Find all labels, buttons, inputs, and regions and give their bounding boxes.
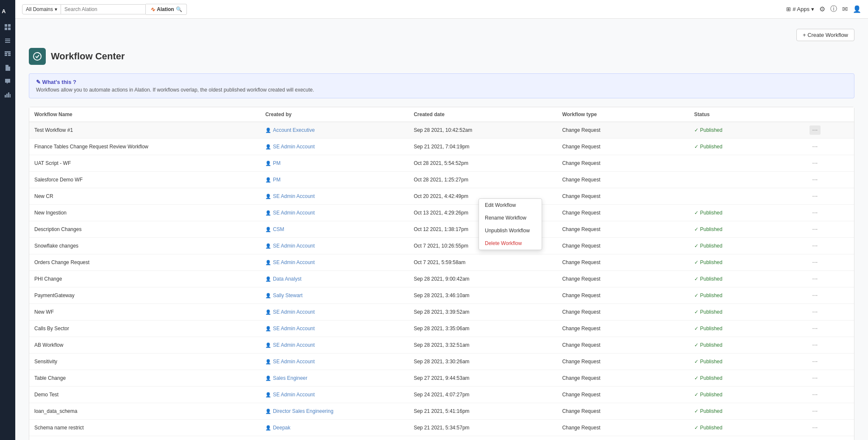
- user-link[interactable]: 👤 SE Admin Account: [265, 309, 403, 315]
- svg-rect-9: [5, 53, 7, 54]
- settings-icon[interactable]: ⚙: [819, 5, 825, 13]
- cell-status: [689, 155, 804, 172]
- row-actions-button[interactable]: ···: [810, 340, 820, 350]
- search-button[interactable]: ∿ Alation 🔍: [146, 4, 187, 15]
- row-actions-button[interactable]: ···: [810, 208, 820, 217]
- user-link[interactable]: 👤 Account Executive: [265, 127, 403, 133]
- cell-actions: ···: [804, 172, 854, 188]
- context-menu-edit[interactable]: Edit Workflow: [479, 199, 542, 212]
- user-link[interactable]: 👤 SE Admin Account: [265, 193, 403, 199]
- cell-actions: ···: [804, 337, 854, 354]
- cell-created-date: Sep 28 2021, 3:30:26am: [409, 354, 557, 370]
- cell-wf-type: Change Request: [557, 287, 689, 304]
- svg-rect-11: [5, 55, 7, 56]
- user-link[interactable]: 👤 Sally Stewart: [265, 292, 403, 298]
- cell-actions: ···: [804, 122, 854, 139]
- user-link[interactable]: 👤 PM: [265, 160, 403, 166]
- context-menu-delete[interactable]: Delete Workflow: [479, 237, 542, 250]
- row-actions-button[interactable]: ···: [810, 159, 820, 168]
- user-link[interactable]: 👤 SE Admin Account: [265, 210, 403, 216]
- cell-status: ✓ Published: [689, 436, 804, 440]
- user-link[interactable]: 👤 SE Admin Account: [265, 342, 403, 348]
- user-link[interactable]: 👤 CSM: [265, 226, 403, 232]
- row-actions-button[interactable]: ···: [810, 142, 820, 151]
- user-link[interactable]: 👤 Data Analyst: [265, 276, 403, 282]
- cell-created-date: Sep 28 2021, 3:35:06am: [409, 320, 557, 337]
- apps-button[interactable]: ⊞ # Apps ▾: [786, 6, 814, 12]
- cell-created-date: Sep 28 2021, 3:46:10am: [409, 287, 557, 304]
- context-menu-unpublish[interactable]: Unpublish Workflow: [479, 224, 542, 237]
- cell-wf-type: Change Request: [557, 354, 689, 370]
- row-actions-button[interactable]: ···: [810, 390, 820, 399]
- row-actions-button[interactable]: ···: [810, 258, 820, 267]
- cell-wf-type: Change Request: [557, 403, 689, 420]
- cell-workflow-name: PaymentGateway: [29, 287, 260, 304]
- cell-actions: ···: [804, 320, 854, 337]
- cell-created-by: 👤 Account Executive: [260, 122, 409, 139]
- help-icon[interactable]: ⓘ: [830, 5, 837, 14]
- cell-created-by: 👤 Sally Stewart: [260, 287, 409, 304]
- sidebar-item-file[interactable]: [2, 62, 14, 74]
- context-menu: Edit Workflow Rename Workflow Unpublish …: [479, 198, 542, 250]
- table-row: AB Workflow 👤 SE Admin Account Sep 28 20…: [29, 337, 854, 354]
- status-badge: ✓ Published: [694, 259, 799, 265]
- row-actions-button[interactable]: ···: [810, 324, 820, 333]
- table-row: Description Changes 👤 CSM Oct 12 2021, 1…: [29, 221, 854, 238]
- row-actions-button[interactable]: ···: [810, 225, 820, 234]
- user-icon[interactable]: 👤: [853, 5, 861, 13]
- cell-created-date: Sep 21 2021, 5:15:37pm: [409, 436, 557, 440]
- app-logo: A: [0, 3, 15, 20]
- user-link[interactable]: 👤 Director Sales Engineering: [265, 408, 403, 414]
- domain-selector[interactable]: All Domains ▾: [22, 4, 61, 14]
- cell-actions: ···: [804, 403, 854, 420]
- sidebar-item-grid[interactable]: [2, 21, 14, 33]
- user-link[interactable]: 👤 PM: [265, 177, 403, 183]
- user-person-icon: 👤: [265, 326, 271, 331]
- sidebar-item-layers[interactable]: [2, 35, 14, 47]
- user-person-icon: 👤: [265, 177, 271, 183]
- row-actions-button[interactable]: ···: [810, 291, 820, 300]
- cell-actions: ···: [804, 139, 854, 155]
- apps-label: # Apps: [793, 6, 810, 12]
- user-link[interactable]: 👤 SE Admin Account: [265, 259, 403, 265]
- row-actions-button[interactable]: ···: [810, 423, 820, 432]
- sidebar-item-table[interactable]: [2, 48, 14, 60]
- cell-wf-type: Change Request: [557, 370, 689, 387]
- notifications-icon[interactable]: ✉: [842, 5, 848, 13]
- row-actions-button[interactable]: ···: [810, 274, 820, 284]
- row-actions-button[interactable]: ···: [810, 307, 820, 317]
- search-input[interactable]: [64, 6, 124, 12]
- row-actions-button[interactable]: ···: [810, 241, 820, 251]
- user-link[interactable]: 👤 SE Admin Account: [265, 144, 403, 150]
- user-link[interactable]: 👤 Deepak: [265, 425, 403, 431]
- table-row: New Ingestion 👤 SE Admin Account Oct 13 …: [29, 205, 854, 221]
- user-link[interactable]: 👤 SE Admin Account: [265, 243, 403, 249]
- cell-wf-type: Change Request: [557, 172, 689, 188]
- row-actions-button[interactable]: ···: [810, 373, 820, 383]
- user-link[interactable]: 👤 Sales Engineer: [265, 375, 403, 381]
- user-link[interactable]: 👤 SE Admin Account: [265, 359, 403, 365]
- svg-rect-1: [5, 24, 7, 27]
- row-actions-button[interactable]: ···: [810, 175, 820, 184]
- cell-status: ✓ Published: [689, 354, 804, 370]
- row-actions-button[interactable]: ···: [810, 125, 820, 135]
- row-actions-button[interactable]: ···: [810, 192, 820, 201]
- cell-created-by: 👤 SE Admin Account: [260, 337, 409, 354]
- user-link[interactable]: 👤 SE Admin Account: [265, 392, 403, 398]
- cell-actions: ···: [804, 271, 854, 287]
- row-actions-button[interactable]: ···: [810, 407, 820, 416]
- cell-actions: ···: [804, 287, 854, 304]
- row-actions-button[interactable]: ···: [810, 357, 820, 366]
- alation-logo-icon: ∿: [150, 6, 155, 13]
- table-row: Snowflake changes 👤 SE Admin Account Oct…: [29, 238, 854, 254]
- sidebar-item-chat[interactable]: [2, 75, 14, 87]
- sidebar-item-chart[interactable]: [2, 89, 14, 101]
- context-menu-rename[interactable]: Rename Workflow: [479, 212, 542, 224]
- create-workflow-button[interactable]: + Create Workflow: [796, 29, 854, 41]
- svg-rect-15: [8, 92, 9, 97]
- cell-created-by: 👤 Sales Engineer: [260, 370, 409, 387]
- user-link[interactable]: 👤 SE Admin Account: [265, 326, 403, 331]
- cell-workflow-name: Description Changes: [29, 221, 260, 238]
- chevron-down-icon: ▾: [55, 6, 57, 12]
- cell-status: ✓ Published: [689, 387, 804, 403]
